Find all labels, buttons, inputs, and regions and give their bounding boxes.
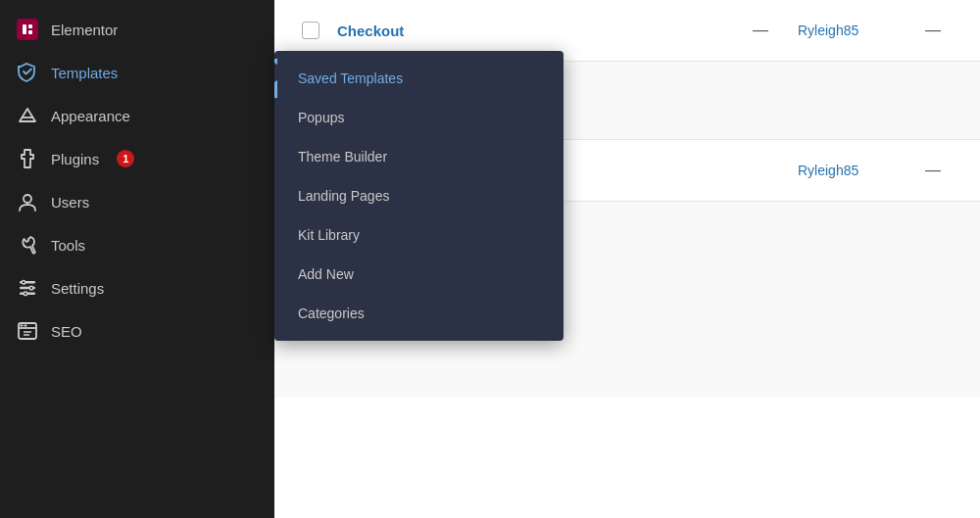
sidebar-item-users-label: Users <box>51 194 89 211</box>
svg-point-11 <box>24 292 27 296</box>
sidebar-item-tools[interactable]: Tools <box>0 223 274 266</box>
flyout-item-categories[interactable]: Categories <box>274 294 564 333</box>
row-dash: — <box>753 22 768 39</box>
sidebar-item-templates-label: Templates <box>51 65 118 81</box>
sidebar-item-seo-label: SEO <box>51 323 82 340</box>
tools-icon <box>16 233 39 257</box>
flyout-item-saved-templates[interactable]: Saved Templates <box>274 59 564 98</box>
flyout-item-saved-templates-label: Saved Templates <box>298 71 403 86</box>
sidebar-item-templates[interactable]: Templates <box>0 51 274 94</box>
settings-icon <box>16 276 39 300</box>
row-end-dash: — <box>925 22 941 39</box>
sidebar-item-elementor-label: Elementor <box>51 22 118 38</box>
flyout-item-categories-label: Categories <box>298 306 365 321</box>
row-end-dash-2: — <box>925 162 941 179</box>
templates-flyout: Saved Templates Popups Theme Builder Lan… <box>274 51 564 341</box>
flyout-item-popups-label: Popups <box>298 110 344 125</box>
templates-wrapper: Templates Saved Templates Popups Theme B… <box>0 51 274 94</box>
svg-rect-16 <box>21 325 24 327</box>
flyout-item-theme-builder-label: Theme Builder <box>298 149 387 165</box>
svg-rect-2 <box>28 24 32 28</box>
flyout-item-add-new-label: Add New <box>298 266 354 282</box>
users-icon <box>16 190 39 213</box>
sidebar: Elementor Templates Saved Templates Popu… <box>0 0 274 518</box>
svg-rect-1 <box>23 24 26 34</box>
svg-point-9 <box>22 280 25 284</box>
seo-icon <box>16 319 39 343</box>
flyout-item-landing-pages[interactable]: Landing Pages <box>274 176 564 215</box>
elementor-icon <box>16 18 39 41</box>
sidebar-item-users[interactable]: Users <box>0 180 274 223</box>
flyout-item-kit-library-label: Kit Library <box>298 227 360 243</box>
sidebar-item-plugins-label: Plugins <box>51 151 99 167</box>
sidebar-item-settings[interactable]: Settings <box>0 266 274 309</box>
sidebar-item-elementor[interactable]: Elementor <box>0 8 274 51</box>
row-author: Ryleigh85 <box>798 23 896 38</box>
flyout-item-landing-pages-label: Landing Pages <box>298 188 389 204</box>
sidebar-item-plugins[interactable]: Plugins 1 <box>0 137 274 180</box>
sidebar-item-settings-label: Settings <box>51 280 104 297</box>
sidebar-item-seo[interactable]: SEO <box>0 309 274 353</box>
plugins-icon <box>16 147 39 170</box>
svg-rect-0 <box>17 19 38 40</box>
appearance-icon <box>16 104 39 127</box>
flyout-item-popups[interactable]: Popups <box>274 98 564 137</box>
flyout-arrow <box>274 63 288 82</box>
sidebar-item-appearance[interactable]: Appearance <box>0 94 274 137</box>
templates-icon <box>16 61 39 84</box>
svg-point-10 <box>29 286 33 290</box>
svg-rect-3 <box>28 30 32 34</box>
svg-point-5 <box>24 195 31 203</box>
flyout-item-add-new[interactable]: Add New <box>274 255 564 294</box>
svg-rect-17 <box>24 325 27 327</box>
row-checkbox[interactable] <box>302 22 319 39</box>
flyout-item-theme-builder[interactable]: Theme Builder <box>274 137 564 176</box>
sidebar-item-appearance-label: Appearance <box>51 108 130 124</box>
row-title: Checkout <box>337 23 723 39</box>
flyout-item-kit-library[interactable]: Kit Library <box>274 215 564 255</box>
row-author-2: Ryleigh85 <box>798 163 896 178</box>
plugins-badge: 1 <box>117 150 134 167</box>
sidebar-item-tools-label: Tools <box>51 237 85 254</box>
